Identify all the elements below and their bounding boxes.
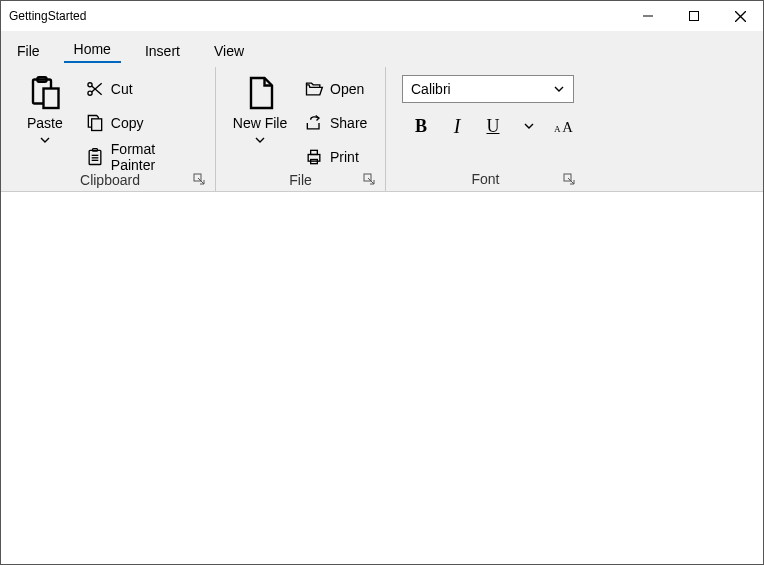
svg-text:A: A bbox=[562, 119, 573, 135]
chevron-down-icon bbox=[553, 84, 565, 94]
content-area bbox=[1, 192, 763, 564]
font-dropdown-button[interactable] bbox=[518, 115, 540, 137]
clipboard-launcher[interactable] bbox=[193, 173, 207, 187]
chevron-down-icon bbox=[39, 135, 51, 145]
ribbon: File Home Insert View bbox=[1, 31, 763, 192]
underline-icon: U bbox=[487, 116, 500, 137]
minimize-button[interactable] bbox=[625, 1, 671, 31]
svg-point-8 bbox=[88, 91, 92, 95]
maximize-button[interactable] bbox=[671, 1, 717, 31]
open-button[interactable]: Open bbox=[300, 75, 371, 103]
bold-icon: B bbox=[415, 116, 427, 137]
cut-button[interactable]: Cut bbox=[81, 75, 207, 103]
share-icon bbox=[304, 113, 324, 133]
print-button[interactable]: Print bbox=[300, 143, 371, 171]
paste-icon bbox=[27, 75, 63, 111]
share-label: Share bbox=[330, 115, 367, 131]
titlebar-buttons bbox=[625, 1, 763, 31]
share-button[interactable]: Share bbox=[300, 109, 371, 137]
svg-text:A: A bbox=[554, 124, 561, 134]
chevron-down-icon bbox=[523, 121, 535, 131]
tab-file[interactable]: File bbox=[7, 37, 50, 63]
svg-point-7 bbox=[88, 83, 92, 87]
group-file: New File Open bbox=[215, 67, 385, 191]
file-icon bbox=[242, 75, 278, 111]
new-file-label: New File bbox=[233, 115, 287, 131]
group-file-body: New File Open bbox=[224, 69, 377, 171]
svg-rect-20 bbox=[311, 150, 318, 154]
folder-open-icon bbox=[304, 79, 324, 99]
font-family-combo[interactable]: Calibri bbox=[402, 75, 574, 103]
group-file-label: File bbox=[224, 172, 377, 188]
svg-rect-1 bbox=[690, 12, 699, 21]
maximize-icon bbox=[689, 11, 699, 21]
group-clipboard: Paste Cu bbox=[5, 67, 215, 191]
bold-button[interactable]: B bbox=[410, 115, 432, 137]
font-tools-row: B I U bbox=[402, 115, 576, 137]
close-button[interactable] bbox=[717, 1, 763, 31]
format-painter-label: Format Painter bbox=[111, 141, 203, 173]
svg-rect-6 bbox=[43, 89, 58, 109]
tab-view[interactable]: View bbox=[204, 37, 254, 63]
open-label: Open bbox=[330, 81, 364, 97]
font-size-icon: AA bbox=[554, 117, 576, 135]
clipboard-icon bbox=[85, 147, 105, 167]
print-label: Print bbox=[330, 149, 359, 165]
file-small-col: Open Share bbox=[300, 69, 371, 171]
new-file-button[interactable]: New File bbox=[224, 69, 296, 147]
svg-rect-19 bbox=[308, 155, 320, 162]
tab-home[interactable]: Home bbox=[64, 35, 121, 63]
cut-label: Cut bbox=[111, 81, 133, 97]
titlebar: GettingStarted bbox=[1, 1, 763, 31]
app-window: GettingStarted File Home Insert View bbox=[0, 0, 764, 565]
clipboard-small-col: Cut Copy bbox=[81, 69, 207, 171]
format-painter-button[interactable]: Format Painter bbox=[81, 143, 207, 171]
tab-insert[interactable]: Insert bbox=[135, 37, 190, 63]
svg-rect-11 bbox=[91, 119, 101, 131]
font-size-button[interactable]: AA bbox=[554, 115, 576, 137]
ribbon-groups: Paste Cu bbox=[1, 63, 763, 191]
chevron-down-icon bbox=[254, 135, 266, 145]
group-font-label: Font bbox=[394, 171, 577, 187]
group-clipboard-label: Clipboard bbox=[13, 172, 207, 188]
italic-button[interactable]: I bbox=[446, 115, 468, 137]
copy-button[interactable]: Copy bbox=[81, 109, 207, 137]
window-title: GettingStarted bbox=[9, 9, 625, 23]
scissors-icon bbox=[85, 79, 105, 99]
print-icon bbox=[304, 147, 324, 167]
font-family-value: Calibri bbox=[411, 81, 553, 97]
ribbon-tabs: File Home Insert View bbox=[1, 31, 763, 63]
group-font: Calibri B I U bbox=[385, 67, 585, 191]
paste-button[interactable]: Paste bbox=[13, 69, 77, 147]
file-launcher[interactable] bbox=[363, 173, 377, 187]
group-font-body: Calibri B I U bbox=[394, 69, 584, 169]
copy-label: Copy bbox=[111, 115, 144, 131]
font-launcher[interactable] bbox=[563, 173, 577, 187]
paste-label: Paste bbox=[27, 115, 63, 131]
group-clipboard-body: Paste Cu bbox=[13, 69, 207, 171]
close-icon bbox=[735, 11, 746, 22]
underline-button[interactable]: U bbox=[482, 115, 504, 137]
minimize-icon bbox=[643, 11, 653, 21]
copy-icon bbox=[85, 113, 105, 133]
italic-icon: I bbox=[454, 115, 461, 138]
